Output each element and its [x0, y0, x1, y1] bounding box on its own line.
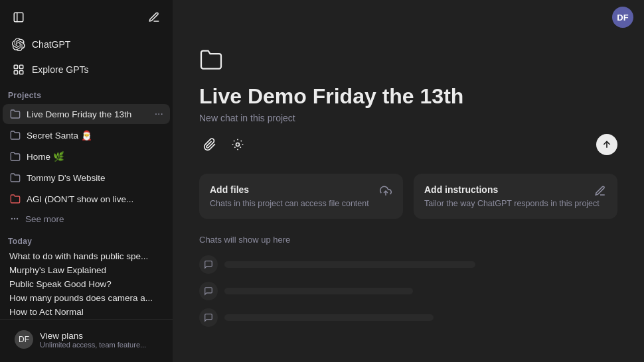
svg-rect-5	[20, 71, 23, 74]
chats-show-label: Chats will show up here	[199, 235, 617, 245]
svg-rect-3	[20, 65, 23, 68]
project-name-2: Home 🌿	[27, 151, 64, 162]
svg-rect-2	[14, 65, 17, 68]
main-content: Live Demo Friday the 13th New chat in th…	[173, 34, 644, 362]
project-title: Live Demo Friday the 13th	[199, 84, 617, 109]
user-avatar-button[interactable]: DF	[612, 7, 633, 28]
send-button[interactable]	[596, 134, 617, 155]
svg-point-7	[14, 218, 15, 219]
project-name-3: Tommy D's Website	[27, 173, 106, 183]
chat-placeholder-icon-1	[199, 282, 218, 300]
project-item-1[interactable]: Secret Santa 🎅	[3, 125, 170, 145]
chat-placeholder-line-2	[224, 314, 434, 321]
chat-placeholder-icon-2	[199, 308, 218, 327]
chat-placeholder-row-0	[199, 255, 617, 274]
main-header: DF	[173, 0, 644, 34]
view-plans-button[interactable]: DF View plans Unlimited access, team fea…	[8, 325, 165, 354]
svg-rect-0	[14, 13, 23, 22]
folder-icon-2	[9, 151, 21, 162]
folder-icon-0	[9, 108, 21, 120]
project-item-3[interactable]: Tommy D's Website	[3, 168, 170, 188]
see-more-button[interactable]: See more	[3, 210, 170, 227]
folder-icon-1	[9, 129, 21, 141]
view-plans-title: View plans	[40, 331, 146, 341]
nav-chatgpt[interactable]: ChatGPT	[4, 32, 169, 56]
chat-placeholder-row-2	[199, 308, 617, 327]
chat-item-2[interactable]: Public Speak Good How?	[3, 278, 170, 290]
cards-row: Add files Chats in this project can acce…	[199, 174, 617, 219]
chat-title-1: Murphy's Law Explained	[9, 265, 106, 275]
sidebar-logo-area	[8, 7, 29, 28]
project-item-4[interactable]: AGI (DON'T show on live...	[3, 189, 170, 209]
add-files-title: Add files	[210, 184, 392, 195]
add-instructions-action-button[interactable]	[591, 182, 609, 200]
nav-explore-gpts[interactable]: Explore GPTs	[4, 58, 169, 82]
view-plans-subtitle: Unlimited access, team feature...	[40, 341, 146, 349]
chat-item-4[interactable]: How to Act Normal	[3, 306, 170, 318]
folder-icon-4	[9, 193, 21, 205]
projects-section: Projects	[0, 82, 173, 103]
svg-point-8	[17, 218, 18, 219]
project-folder-icon	[199, 48, 617, 76]
add-instructions-desc: Tailor the way ChatGPT responds in this …	[424, 199, 607, 208]
user-avatar-icon: DF	[15, 330, 33, 349]
nav-explore-gpts-label: Explore GPTs	[32, 64, 89, 75]
project-more-icon-0[interactable]: ···	[155, 108, 163, 120]
chat-item-3[interactable]: How many pounds does camera a...	[3, 292, 170, 304]
project-name-1: Secret Santa 🎅	[27, 130, 92, 141]
new-chat-label: New chat in this project	[199, 113, 617, 123]
folder-icon-3	[9, 172, 21, 184]
new-chat-button[interactable]	[143, 7, 165, 28]
chat-input-bar	[199, 134, 617, 155]
project-name-0: Live Demo Friday the 13th	[27, 109, 131, 119]
chat-placeholder-line-1	[224, 288, 413, 294]
chat-title-3: How many pounds does camera a...	[9, 293, 153, 303]
chat-title-0: What to do with hands public spe...	[9, 251, 148, 261]
chatgpt-icon	[12, 38, 25, 51]
today-section: Today	[0, 228, 173, 249]
add-instructions-card: Add instructions Tailor the way ChatGPT …	[414, 174, 617, 219]
svg-point-9	[236, 143, 240, 147]
nav-chatgpt-label: ChatGPT	[32, 39, 70, 50]
chat-item-1[interactable]: Murphy's Law Explained	[3, 264, 170, 276]
chat-placeholder-line-0	[224, 261, 475, 268]
main-content-area: DF Live Demo Friday the 13th New chat in…	[173, 0, 644, 362]
see-more-icon	[9, 213, 20, 224]
chat-placeholder-icon-0	[199, 255, 218, 274]
sidebar-top	[0, 0, 173, 32]
sidebar-toggle-button[interactable]	[8, 7, 29, 28]
sidebar: ChatGPT Explore GPTs Projects Live Demo …	[0, 0, 173, 362]
projects-section-label: Projects	[8, 91, 41, 100]
svg-rect-4	[14, 71, 17, 74]
chat-item-0[interactable]: What to do with hands public spe...	[3, 250, 170, 263]
chat-title-4: How to Act Normal	[9, 307, 84, 317]
explore-gpts-icon	[12, 63, 25, 76]
attach-file-button[interactable]	[199, 134, 220, 155]
chat-title-2: Public Speak Good How?	[9, 279, 112, 289]
view-plans-text: View plans Unlimited access, team featur…	[40, 331, 146, 349]
project-item-2[interactable]: Home 🌿	[3, 147, 170, 166]
add-files-desc: Chats in this project can access file co…	[210, 199, 392, 208]
today-section-label: Today	[8, 237, 32, 246]
svg-point-6	[11, 218, 12, 219]
chat-placeholder-row-1	[199, 282, 617, 300]
project-name-4: AGI (DON'T show on live...	[27, 194, 133, 204]
tools-button[interactable]	[227, 134, 248, 155]
sidebar-footer: DF View plans Unlimited access, team fea…	[0, 319, 173, 362]
add-instructions-title: Add instructions	[424, 184, 607, 195]
project-item-0[interactable]: Live Demo Friday the 13th ···	[3, 104, 170, 124]
see-more-label: See more	[25, 214, 64, 224]
add-files-action-button[interactable]	[376, 182, 395, 200]
add-files-card: Add files Chats in this project can acce…	[199, 174, 403, 219]
